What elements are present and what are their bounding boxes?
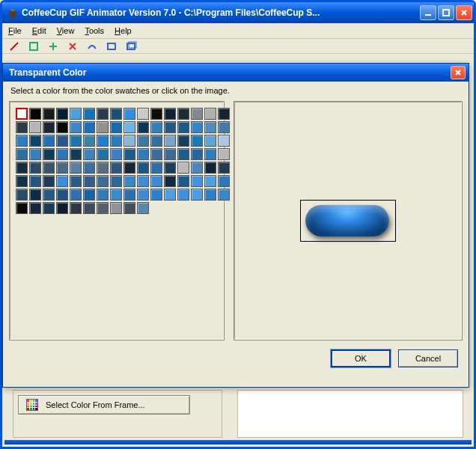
color-swatch[interactable] xyxy=(164,121,176,133)
color-swatch[interactable] xyxy=(137,202,149,214)
color-swatch[interactable] xyxy=(137,135,149,147)
color-swatch[interactable] xyxy=(137,175,149,187)
color-swatch[interactable] xyxy=(83,108,95,120)
color-swatch[interactable] xyxy=(70,202,82,214)
menu-tools[interactable]: Tools xyxy=(85,26,104,35)
color-swatch[interactable] xyxy=(123,135,135,147)
color-swatch[interactable] xyxy=(97,189,109,201)
color-swatch[interactable] xyxy=(123,148,135,160)
color-swatch[interactable] xyxy=(16,162,28,174)
menu-help[interactable]: Help xyxy=(115,26,132,35)
color-swatch[interactable] xyxy=(123,189,135,201)
color-swatch[interactable] xyxy=(56,108,68,120)
color-swatch[interactable] xyxy=(150,162,162,174)
color-swatch[interactable] xyxy=(191,121,203,133)
color-swatch[interactable] xyxy=(97,202,109,214)
color-swatch[interactable] xyxy=(177,135,189,147)
color-swatch[interactable] xyxy=(110,202,122,214)
color-swatch[interactable] xyxy=(164,148,176,160)
color-swatch[interactable] xyxy=(218,189,230,201)
color-swatch[interactable] xyxy=(29,108,41,120)
toolbar-icon[interactable] xyxy=(67,40,79,52)
color-swatch[interactable] xyxy=(83,121,95,133)
color-swatch[interactable] xyxy=(43,135,55,147)
color-swatch[interactable] xyxy=(43,175,55,187)
color-swatch[interactable] xyxy=(218,135,230,147)
color-swatch[interactable] xyxy=(29,121,41,133)
color-swatch[interactable] xyxy=(83,189,95,201)
color-swatch[interactable] xyxy=(137,108,149,120)
color-swatch[interactable] xyxy=(177,148,189,160)
color-swatch[interactable] xyxy=(218,162,230,174)
menu-file[interactable]: File xyxy=(8,26,22,35)
dialog-close-button[interactable] xyxy=(451,66,466,79)
color-swatch[interactable] xyxy=(97,162,109,174)
color-swatch[interactable] xyxy=(191,162,203,174)
color-swatch[interactable] xyxy=(191,189,203,201)
color-swatch[interactable] xyxy=(110,162,122,174)
color-swatch[interactable] xyxy=(177,121,189,133)
color-swatch[interactable] xyxy=(16,202,28,214)
color-swatch[interactable] xyxy=(83,175,95,187)
color-swatch[interactable] xyxy=(137,162,149,174)
color-swatch[interactable] xyxy=(218,148,230,160)
color-swatch[interactable] xyxy=(70,121,82,133)
color-swatch[interactable] xyxy=(150,189,162,201)
color-swatch[interactable] xyxy=(29,162,41,174)
color-swatch[interactable] xyxy=(97,135,109,147)
color-swatch[interactable] xyxy=(70,175,82,187)
color-swatch[interactable] xyxy=(43,148,55,160)
color-swatch[interactable] xyxy=(110,135,122,147)
color-swatch[interactable] xyxy=(70,162,82,174)
cancel-button[interactable]: Cancel xyxy=(398,349,458,367)
color-swatch[interactable] xyxy=(150,121,162,133)
color-swatch[interactable] xyxy=(29,202,41,214)
color-swatch[interactable] xyxy=(16,148,28,160)
color-swatch[interactable] xyxy=(16,108,28,120)
color-swatch[interactable] xyxy=(43,162,55,174)
color-swatch[interactable] xyxy=(70,108,82,120)
color-swatch[interactable] xyxy=(56,175,68,187)
color-swatch[interactable] xyxy=(204,175,216,187)
color-swatch[interactable] xyxy=(204,162,216,174)
color-swatch[interactable] xyxy=(204,148,216,160)
color-swatch[interactable] xyxy=(204,108,216,120)
ok-button[interactable]: OK xyxy=(331,349,391,367)
color-swatch[interactable] xyxy=(97,121,109,133)
color-swatch[interactable] xyxy=(137,189,149,201)
color-swatch[interactable] xyxy=(83,135,95,147)
color-swatch[interactable] xyxy=(97,148,109,160)
color-swatch[interactable] xyxy=(164,175,176,187)
color-swatch[interactable] xyxy=(177,189,189,201)
color-swatch[interactable] xyxy=(191,135,203,147)
color-swatch[interactable] xyxy=(123,202,135,214)
color-swatch[interactable] xyxy=(218,175,230,187)
color-swatch[interactable] xyxy=(164,189,176,201)
color-swatch[interactable] xyxy=(70,189,82,201)
color-swatch[interactable] xyxy=(56,121,68,133)
close-button[interactable] xyxy=(456,5,472,20)
color-swatch[interactable] xyxy=(191,108,203,120)
toolbar-icon[interactable] xyxy=(8,40,20,52)
color-swatch[interactable] xyxy=(110,108,122,120)
color-swatch[interactable] xyxy=(164,135,176,147)
color-swatch[interactable] xyxy=(123,121,135,133)
color-swatch[interactable] xyxy=(150,108,162,120)
color-swatch[interactable] xyxy=(177,162,189,174)
toolbar-icon[interactable] xyxy=(106,40,118,52)
color-swatch[interactable] xyxy=(123,162,135,174)
toolbar-icon[interactable] xyxy=(28,40,40,52)
color-swatch[interactable] xyxy=(29,148,41,160)
color-swatch[interactable] xyxy=(191,148,203,160)
maximize-button[interactable] xyxy=(438,5,454,20)
color-swatch[interactable] xyxy=(16,189,28,201)
color-swatch[interactable] xyxy=(70,135,82,147)
color-swatch[interactable] xyxy=(16,121,28,133)
color-swatch[interactable] xyxy=(43,189,55,201)
color-swatch[interactable] xyxy=(16,135,28,147)
color-swatch[interactable] xyxy=(123,108,135,120)
color-swatch[interactable] xyxy=(97,175,109,187)
color-swatch[interactable] xyxy=(164,108,176,120)
color-swatch[interactable] xyxy=(29,135,41,147)
color-swatch[interactable] xyxy=(191,175,203,187)
